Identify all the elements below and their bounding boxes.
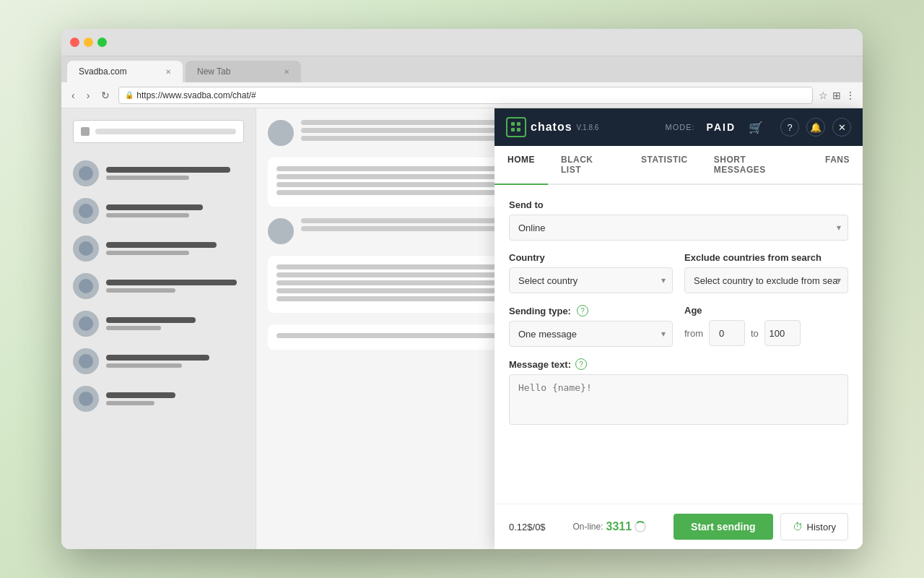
widget-header: chatos V.1.8.6 MODE: PAID 🛒 ? 🔔 ✕ [494, 108, 863, 146]
tab-blacklist[interactable]: BLACK LIST [548, 146, 628, 184]
tab-close-svadba[interactable]: ✕ [165, 68, 171, 76]
avatar [73, 236, 99, 262]
browser-content: chatos V.1.8.6 MODE: PAID 🛒 ? 🔔 ✕ HOME [61, 108, 863, 549]
tab-close-newtab[interactable]: ✕ [284, 68, 289, 76]
sending-type-label-row: Sending type: ? [509, 305, 673, 316]
country-select[interactable]: Select country [509, 267, 673, 293]
tab-short-messages[interactable]: SHORT MESSAGES [701, 146, 812, 184]
extensions-button[interactable]: ⊞ [832, 90, 841, 101]
logo-dot [511, 128, 515, 131]
widget-logo: chatos V.1.8.6 [506, 117, 598, 137]
widget-tabs: HOME BLACK LIST STATISTIC SHORT MESSAGES… [494, 146, 863, 185]
logo-icon [506, 117, 526, 137]
age-to-label: to [751, 328, 759, 339]
browser-tab-newtab[interactable]: New Tab ✕ [186, 61, 301, 82]
widget-close-button[interactable]: ✕ [832, 118, 851, 137]
send-to-label: Send to [509, 199, 848, 210]
widget-body: Send to Online Country Select country [494, 185, 863, 504]
sending-type-section: Sending type: ? One message [509, 305, 673, 347]
footer-right: On-line: 3311 [573, 520, 647, 533]
list-item[interactable] [73, 380, 244, 418]
widget-footer: 0.12$/0$ On-line: 3311 Start sending ⏱ H… [494, 504, 863, 549]
address-text: https://www.svadba.com/chat/# [136, 90, 256, 100]
list-item[interactable] [73, 230, 244, 267]
exclude-select[interactable]: Select country to exclude from search [684, 267, 848, 293]
send-to-select[interactable]: Online [509, 215, 848, 241]
price-text: 0.12$/0$ [509, 522, 546, 532]
browser-tab-svadba[interactable]: Svadba.com ✕ [67, 61, 183, 82]
age-from-label: from [684, 328, 703, 339]
country-label: Country [509, 252, 673, 263]
avatar [73, 386, 99, 412]
chat-avatar [268, 120, 294, 146]
avatar [73, 348, 99, 374]
sending-type-help-icon[interactable]: ? [577, 305, 588, 316]
logo-dot [511, 122, 515, 126]
bookmark-button[interactable]: ☆ [819, 90, 828, 101]
online-count: 3311 [606, 520, 632, 533]
list-item[interactable] [73, 305, 244, 342]
message-textarea[interactable] [509, 374, 848, 425]
close-window-button[interactable] [70, 38, 79, 47]
sending-age-row: Sending type: ? One message Age from [509, 305, 848, 347]
user-info [106, 317, 244, 330]
widget-actions: ? 🔔 ✕ [780, 118, 851, 137]
send-to-wrapper: Online [509, 215, 848, 241]
tab-fans[interactable]: FANS [812, 146, 863, 184]
cart-icon: 🛒 [749, 121, 763, 134]
avatar [73, 160, 99, 186]
avatar [73, 198, 99, 224]
sending-type-select[interactable]: One message [509, 321, 673, 347]
list-item[interactable] [73, 342, 244, 380]
notification-button[interactable]: 🔔 [806, 118, 825, 137]
tab-statistic[interactable]: STATISTIC [628, 146, 701, 184]
user-info [106, 204, 244, 217]
tab-bar: Svadba.com ✕ New Tab ✕ [61, 56, 863, 82]
search-inner-icon [81, 127, 90, 136]
fullscreen-window-button[interactable] [97, 38, 107, 47]
mac-window: Svadba.com ✕ New Tab ✕ ‹ › ↻ 🔒 https://w… [61, 29, 863, 549]
browser-actions: ☆ ⊞ ⋮ [819, 90, 855, 101]
chat-avatar [268, 218, 294, 244]
sidebar-search[interactable] [73, 120, 244, 143]
forward-button[interactable]: › [84, 88, 93, 103]
lock-icon: 🔒 [125, 91, 134, 99]
exclude-wrapper: Select country to exclude from search [684, 267, 848, 293]
loading-spinner [635, 521, 646, 532]
address-row: ‹ › ↻ 🔒 https://www.svadba.com/chat/# ☆ … [61, 82, 863, 108]
chatos-widget: chatos V.1.8.6 MODE: PAID 🛒 ? 🔔 ✕ HOME [494, 108, 863, 549]
address-bar[interactable]: 🔒 https://www.svadba.com/chat/# [118, 87, 813, 104]
age-from-input[interactable] [709, 320, 745, 346]
online-label: On-line: [573, 522, 603, 532]
logo-grid [511, 122, 521, 132]
age-label: Age [684, 305, 848, 316]
logo-dot [517, 128, 520, 131]
search-line [95, 129, 236, 134]
logo-dot [517, 122, 520, 126]
age-to-input[interactable] [764, 320, 801, 346]
help-button[interactable]: ? [780, 118, 799, 137]
start-sending-button[interactable]: Start sending [674, 514, 772, 540]
logo-text: chatos [531, 121, 572, 134]
history-button[interactable]: ⏱ History [780, 513, 848, 540]
reload-button[interactable]: ↻ [98, 88, 113, 103]
mode-label: MODE: [666, 123, 695, 131]
list-item[interactable] [73, 267, 244, 305]
menu-button[interactable]: ⋮ [845, 90, 855, 101]
list-item[interactable] [73, 155, 244, 192]
message-label-row: Message text: ? [509, 358, 848, 370]
message-text-section: Message text: ? [509, 358, 848, 428]
history-label: History [807, 522, 836, 532]
country-row: Country Select country Exclude countries… [509, 252, 848, 293]
minimize-window-button[interactable] [84, 38, 93, 47]
exclude-label: Exclude countries from search [684, 252, 848, 263]
tab-home[interactable]: HOME [494, 146, 548, 184]
age-section: Age from to [684, 305, 848, 347]
back-button[interactable]: ‹ [69, 88, 78, 103]
mode-value: PAID [707, 121, 736, 133]
message-help-icon[interactable]: ? [575, 358, 587, 370]
country-wrapper: Select country [509, 267, 673, 293]
user-info [106, 242, 244, 255]
list-item[interactable] [73, 192, 244, 230]
tab-title-svadba: Svadba.com [79, 66, 127, 77]
